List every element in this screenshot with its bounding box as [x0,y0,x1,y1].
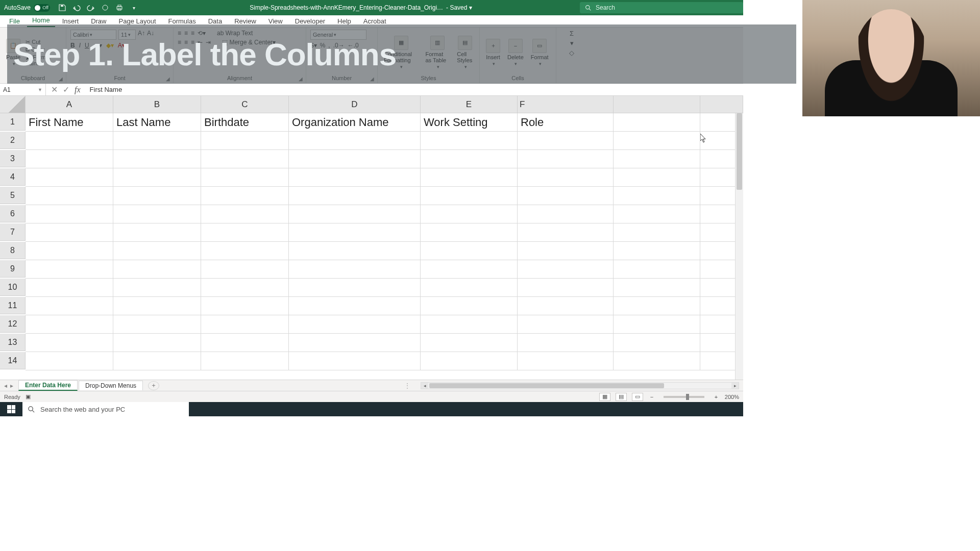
cell-C6[interactable] [201,205,289,223]
row-header-2[interactable]: 2 [0,132,26,149]
search-box[interactable]: Search [580,2,743,13]
dialog-launcher-icon[interactable]: ◢ [166,76,172,82]
macro-record-icon[interactable]: ▣ [26,393,31,400]
cell-overflow-7[interactable] [614,223,700,242]
customize-qat-icon[interactable]: ▾ [130,4,138,12]
fill-button[interactable]: ▾ [570,39,574,47]
conditional-formatting-button[interactable]: ▦Conditional Formatting▾ [382,35,420,70]
decrease-indent-icon[interactable]: ⇤ [198,39,203,46]
cell-D2[interactable] [289,132,421,150]
cell-F1[interactable]: Role [518,113,614,132]
bold-button[interactable]: B [70,42,75,49]
tab-view[interactable]: View [263,16,288,27]
row-header-14[interactable]: 14 [0,352,26,369]
toggle-switch[interactable]: Off [34,4,50,12]
font-color-button[interactable]: A▾ [118,42,125,49]
cut-button[interactable]: ✂ Cut [26,39,62,45]
cell-A1[interactable]: First Name [26,113,113,132]
cell-A9[interactable] [26,260,113,279]
cell-B6[interactable] [113,205,201,223]
scroll-right-icon[interactable]: ▸ [731,383,739,389]
copy-button[interactable]: ⧉ Copy [26,46,62,53]
fill-color-button[interactable]: ◆▾ [106,42,114,49]
column-header-overflow2[interactable] [700,96,743,113]
insert-cells-button[interactable]: ＋Insert▾ [484,38,502,67]
spreadsheet-grid[interactable]: ABCDEF1First NameLast NameBirthdateOrgan… [0,96,743,380]
column-header-overflow[interactable] [614,96,700,113]
cell-A4[interactable] [26,168,113,187]
cell-F2[interactable] [518,132,614,150]
dialog-launcher-icon[interactable]: ◢ [370,76,376,82]
cell-E3[interactable] [421,150,518,168]
delete-cells-button[interactable]: −Delete▾ [505,38,526,67]
autosum-button[interactable]: Σ [570,30,574,37]
cell-overflow-6[interactable] [614,205,700,223]
cell-F5[interactable] [518,187,614,205]
align-bottom-icon[interactable]: ≡ [191,30,194,37]
cell-C7[interactable] [201,223,289,242]
sheet-tab-enter-data[interactable]: Enter Data Here [18,380,78,391]
cancel-formula-icon[interactable]: ✕ [51,85,58,94]
cell-A2[interactable] [26,132,113,150]
cell-C14[interactable] [201,352,289,370]
cell-overflow-9[interactable] [614,260,700,279]
zoom-thumb[interactable] [686,394,689,400]
cell-A6[interactable] [26,205,113,223]
cell-E8[interactable] [421,242,518,260]
cell-F3[interactable] [518,150,614,168]
cell-overflow-10[interactable] [614,279,700,297]
align-right-icon[interactable]: ≡ [191,39,194,46]
row-header-5[interactable]: 5 [0,187,26,204]
cell-C3[interactable] [201,150,289,168]
formula-input[interactable]: First Name [86,86,743,93]
cell-C12[interactable] [201,315,289,334]
align-middle-icon[interactable]: ≡ [184,30,188,37]
cell-B5[interactable] [113,187,201,205]
chevron-down-icon[interactable]: ▼ [38,87,42,92]
touch-mode-icon[interactable] [101,4,109,12]
cell-A14[interactable] [26,352,113,370]
format-as-table-button[interactable]: ▥Format as Table▾ [423,35,452,70]
cell-F6[interactable] [518,205,614,223]
tab-page-layout[interactable]: Page Layout [114,16,161,27]
normal-view-button[interactable]: ▦ [599,393,610,401]
cell-D8[interactable] [289,242,421,260]
column-header-E[interactable]: E [421,96,518,113]
cell-E4[interactable] [421,168,518,187]
vertical-scrollbar[interactable] [735,113,743,380]
horizontal-scrollbar[interactable]: ◂ ▸ [421,382,739,389]
cell-overflow-8[interactable] [614,242,700,260]
cell-F14[interactable] [518,352,614,370]
tab-help[interactable]: Help [332,16,356,27]
cell-C4[interactable] [201,168,289,187]
row-header-9[interactable]: 9 [0,260,26,278]
row-header-8[interactable]: 8 [0,242,26,259]
tab-insert[interactable]: Insert [57,16,84,27]
cell-overflow-5[interactable] [614,187,700,205]
cell-overflow-14[interactable] [614,352,700,370]
cell-D9[interactable] [289,260,421,279]
scroll-thumb[interactable] [429,383,664,388]
cell-D11[interactable] [289,297,421,315]
cell-B1[interactable]: Last Name [113,113,201,132]
number-format-combo[interactable]: General▾ [310,30,366,40]
print-icon[interactable] [115,4,124,12]
row-header-3[interactable]: 3 [0,150,26,167]
cell-C11[interactable] [201,297,289,315]
cell-E11[interactable] [421,297,518,315]
decrease-font-icon[interactable]: A↓ [147,30,154,40]
wrap-text-button[interactable]: ab Wrap Text [217,30,253,37]
cell-D6[interactable] [289,205,421,223]
cell-B7[interactable] [113,223,201,242]
border-button[interactable]: ▭▾ [93,42,102,49]
increase-indent-icon[interactable]: ⇥ [206,39,211,46]
cell-overflow-11[interactable] [614,297,700,315]
sheet-nav-prev-icon[interactable]: ◂ [4,382,7,389]
column-header-B[interactable]: B [113,96,201,113]
cell-B10[interactable] [113,279,201,297]
scroll-left-icon[interactable]: ◂ [421,383,428,389]
zoom-level[interactable]: 200% [725,394,739,400]
tab-file[interactable]: File [4,16,25,27]
row-header-6[interactable]: 6 [0,205,26,222]
cell-B3[interactable] [113,150,201,168]
